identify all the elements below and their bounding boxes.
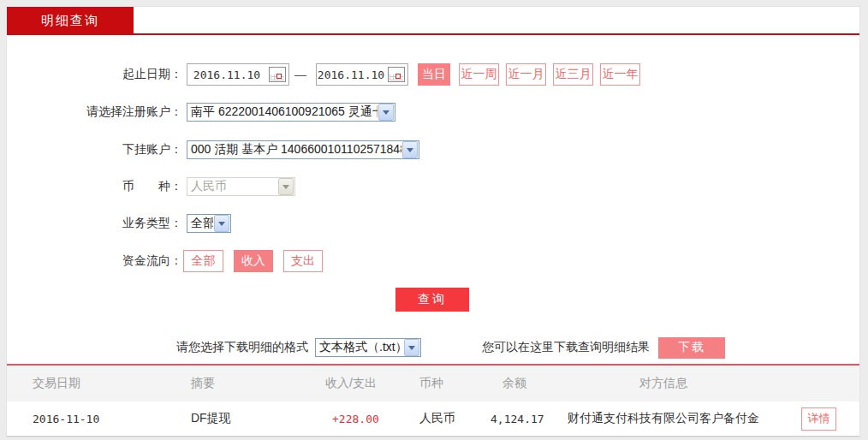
query-button[interactable]: 查询 [395, 288, 469, 312]
quick-range-week-button[interactable]: 近一周 [459, 63, 499, 86]
currency-row: 币 种： 人民币 [7, 175, 859, 198]
download-button[interactable]: 下载 [658, 337, 725, 359]
download-hint-text: 您可以在这里下载查询明细结果 [482, 340, 650, 355]
business-type-select[interactable]: 全部 [187, 214, 231, 233]
cell-summary: DF提现 [191, 411, 325, 426]
header-summary: 摘要 [191, 376, 325, 391]
date-range-row: 起止日期： 2016.11.10 — 2016.11.10 [7, 63, 859, 86]
fund-flow-all-button[interactable]: 全部 [183, 250, 223, 272]
fund-flow-label: 资金流向： [7, 253, 182, 269]
sub-account-value: 000 活期 基本户 1406600101102571848 [187, 142, 401, 158]
sub-account-row: 下挂账户： 000 活期 基本户 1406600101102571848 [7, 139, 859, 161]
table-row: 2016-11-10 DF提现 +228.00 人民币 4,124.17 财付通… [7, 401, 859, 437]
cell-amount: +228.00 [325, 413, 419, 425]
date-to-input[interactable]: 2016.11.10 [316, 63, 408, 86]
register-account-label: 请选择注册账户： [7, 104, 182, 120]
currency-select: 人民币 [187, 177, 295, 196]
calendar-icon[interactable] [269, 67, 286, 82]
register-account-row: 请选择注册账户： 南平 6222001406100921065 灵通卡 [7, 101, 859, 123]
cell-date: 2016-11-10 [7, 413, 191, 425]
sub-account-select[interactable]: 000 活期 基本户 1406600101102571848 [187, 140, 419, 159]
quick-range-today-button[interactable]: 当日 [418, 63, 450, 86]
currency-value: 人民币 [187, 179, 277, 194]
calendar-icon-day-marker [395, 74, 401, 79]
date-from-input[interactable]: 2016.11.10 [187, 63, 289, 86]
date-range-label: 起止日期： [7, 67, 182, 82]
chevron-down-icon [402, 141, 418, 158]
cell-counterparty: 财付通支付科技有限公司客户备付金 [568, 411, 801, 426]
chevron-down-icon [378, 104, 394, 121]
register-account-value: 南平 6222001406100921065 灵通卡 [187, 104, 378, 120]
detail-button[interactable]: 详情 [801, 407, 836, 431]
cell-action: 详情 [801, 407, 859, 431]
download-format-value: 文本格式（.txt） [316, 340, 403, 355]
sub-account-label: 下挂账户： [7, 142, 182, 158]
table-header-row: 交易日期 摘要 收入/支出 币种 余额 对方信息 [7, 366, 859, 401]
fund-flow-row: 资金流向： 全部 收入 支出 [7, 250, 859, 272]
chevron-down-icon [278, 178, 294, 195]
content-panel: 明细查询 起止日期： 2016.11.10 — 2016.11.10 [7, 7, 859, 437]
calendar-icon[interactable] [388, 67, 405, 82]
download-format-label: 请您选择下载明细的格式 [7, 340, 308, 355]
chevron-down-icon [404, 339, 419, 356]
business-type-label: 业务类型： [7, 216, 182, 231]
date-to-value: 2016.11.10 [317, 64, 385, 85]
quick-range-quarter-button[interactable]: 近三月 [553, 63, 593, 86]
header-date: 交易日期 [7, 376, 191, 391]
header-currency: 币种 [419, 376, 490, 391]
fund-flow-income-button[interactable]: 收入 [234, 250, 273, 272]
chevron-down-icon [214, 215, 229, 232]
fund-flow-expense-button[interactable]: 支出 [283, 250, 323, 272]
quick-range-year-button[interactable]: 近一年 [600, 63, 640, 86]
business-type-value: 全部 [187, 216, 213, 231]
calendar-icon-day-marker [276, 74, 282, 79]
download-row: 请您选择下载明细的格式 文本格式（.txt） 您可以在这里下载查询明细结果 下载 [7, 336, 859, 359]
download-format-select[interactable]: 文本格式（.txt） [315, 338, 421, 357]
tab-underline [7, 33, 859, 35]
date-separator: — [294, 68, 306, 81]
currency-label: 币 种： [7, 179, 182, 194]
cell-balance: 4,124.17 [490, 413, 568, 425]
header-amount: 收入/支出 [325, 376, 419, 391]
detail-query-page: 明细查询 起止日期： 2016.11.10 — 2016.11.10 [0, 0, 868, 440]
header-balance: 余额 [490, 376, 568, 391]
cell-currency: 人民币 [419, 411, 490, 426]
header-counterparty: 对方信息 [568, 376, 801, 391]
tab-detail-query[interactable]: 明细查询 [7, 7, 134, 34]
register-account-select[interactable]: 南平 6222001406100921065 灵通卡 [187, 103, 395, 122]
business-type-row: 业务类型： 全部 [7, 212, 859, 235]
date-from-value: 2016.11.10 [187, 64, 266, 85]
quick-range-month-button[interactable]: 近一月 [506, 63, 546, 86]
